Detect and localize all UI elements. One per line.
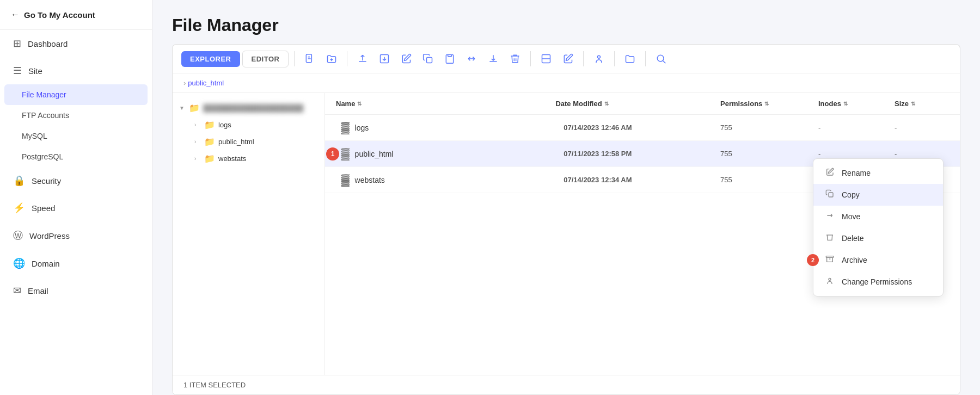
tree-root-label: ████████████████████: [203, 104, 303, 112]
sidebar-item-domain[interactable]: 🌐 Domain: [0, 250, 152, 277]
file-manager-content: › public_html ▼ 📁 ████████████████████ ›…: [172, 73, 960, 395]
sort-inodes-icon: ⇅: [843, 101, 848, 107]
col-header-date[interactable]: Date Modified ⇅: [555, 100, 720, 108]
tree-item-label-public-html: public_html: [218, 138, 254, 146]
new-folder-button[interactable]: [322, 50, 341, 67]
copy-button[interactable]: [418, 50, 438, 67]
sidebar-item-dashboard[interactable]: ⊞ Dashboard: [0, 30, 152, 57]
file-list-header: Name ⇅ Date Modified ⇅ Permissions ⇅ Ino…: [325, 93, 960, 115]
svg-point-11: [658, 55, 664, 61]
row-date-public-html: 07/11/2023 12:58 PM: [564, 150, 720, 158]
row-name-public-html: public_html: [355, 150, 564, 158]
sidebar-item-email[interactable]: ✉ Email: [0, 277, 152, 304]
editor-tab[interactable]: EDITOR: [242, 51, 289, 67]
toolbar-divider-2: [347, 51, 347, 66]
tree-root[interactable]: ▼ 📁 ████████████████████: [173, 100, 324, 116]
col-header-inodes[interactable]: Inodes ⇅: [818, 100, 895, 108]
postgresql-label: PostgreSQL: [22, 152, 63, 161]
sidebar-item-security[interactable]: 🔒 Security: [0, 167, 152, 194]
row-perms-public-html: 755: [720, 150, 818, 158]
context-rename-label: Rename: [842, 169, 871, 177]
permissions-button[interactable]: [589, 50, 609, 67]
paste-button[interactable]: [440, 50, 460, 67]
sidebar-item-ftp-accounts[interactable]: FTP Accounts: [0, 105, 152, 126]
go-to-my-account[interactable]: ← Go To My Account: [0, 0, 152, 30]
row-inodes-public-html: -: [818, 150, 895, 158]
context-menu-rename[interactable]: Rename: [813, 162, 943, 184]
breadcrumb: › public_html: [173, 73, 960, 93]
tree-item-logs[interactable]: › 📁 logs: [188, 116, 324, 133]
file-name-public-html: public_html: [355, 150, 394, 158]
main-content: File Manager EXPLORER EDITOR: [152, 0, 980, 395]
row-perms-webstats: 755: [720, 176, 818, 184]
edit-button[interactable]: [396, 50, 416, 67]
dashboard-icon: ⊞: [13, 38, 21, 50]
col-inodes-label: Inodes: [818, 100, 841, 108]
upload-button[interactable]: [353, 50, 372, 67]
sidebar-item-site[interactable]: ☰ Site: [0, 57, 152, 84]
mysql-label: MySQL: [22, 132, 47, 140]
sidebar-item-wordpress[interactable]: Ⓦ WordPress: [0, 221, 152, 250]
row-name-logs: logs: [355, 124, 564, 132]
context-move-label: Move: [842, 212, 860, 221]
context-menu-change-permissions[interactable]: Change Permissions: [813, 271, 943, 293]
email-label: Email: [28, 286, 48, 295]
file-name-logs: logs: [355, 124, 369, 132]
svg-rect-14: [826, 256, 833, 258]
context-menu: Rename Copy Move: [813, 158, 944, 297]
tree-folder-icon-webstats: 📁: [204, 153, 215, 164]
col-header-name[interactable]: Name ⇅: [336, 100, 555, 108]
items-selected-label: 1 ITEM SELECTED: [183, 381, 246, 389]
extract-button[interactable]: [375, 50, 394, 67]
svg-point-10: [598, 55, 601, 58]
context-menu-archive[interactable]: 2 Archive: [813, 249, 943, 271]
context-archive-label: Archive: [842, 256, 867, 264]
tree-folder-icon-public-html: 📁: [204, 137, 215, 147]
new-file-button[interactable]: [300, 50, 320, 67]
go-to-my-account-label: Go To My Account: [24, 10, 95, 20]
delete-button[interactable]: [505, 50, 525, 67]
move-button[interactable]: [462, 50, 481, 67]
col-date-label: Date Modified: [555, 100, 602, 108]
breadcrumb-chevron: ›: [183, 79, 186, 87]
new-folder-alt-button[interactable]: [620, 50, 640, 67]
sidebar-item-file-manager[interactable]: File Manager: [4, 84, 148, 105]
svg-point-16: [829, 278, 831, 280]
table-row[interactable]: ▓ logs 07/14/2023 12:46 AM 755 - -: [325, 115, 960, 141]
tree-item-public-html[interactable]: › 📁 public_html: [188, 133, 324, 150]
move-icon: [824, 211, 835, 222]
row-size-public-html: -: [895, 150, 949, 158]
sidebar: ← Go To My Account ⊞ Dashboard ☰ Site Fi…: [0, 0, 152, 395]
folder-icon-webstats: ▓: [341, 174, 350, 186]
explorer-tab[interactable]: EXPLORER: [181, 51, 240, 67]
download-button[interactable]: [483, 50, 503, 67]
svg-rect-0: [307, 54, 312, 63]
col-header-size[interactable]: Size ⇅: [895, 100, 949, 108]
back-arrow-icon: ←: [11, 10, 20, 20]
sidebar-item-label: Dashboard: [28, 39, 68, 48]
context-copy-label: Copy: [842, 190, 860, 199]
col-header-permissions[interactable]: Permissions ⇅: [720, 100, 818, 108]
sidebar-item-mysql[interactable]: MySQL: [0, 126, 152, 146]
tree-expand-webstats: ›: [194, 156, 201, 162]
rename-button[interactable]: [558, 50, 578, 67]
context-menu-delete[interactable]: Delete: [813, 227, 943, 249]
breadcrumb-path[interactable]: public_html: [188, 79, 224, 87]
email-icon: ✉: [13, 285, 21, 297]
context-menu-move[interactable]: Move: [813, 206, 943, 227]
sidebar-item-speed[interactable]: ⚡ Speed: [0, 194, 152, 221]
svg-rect-6: [427, 58, 432, 63]
wordpress-label: WordPress: [29, 231, 70, 240]
tree-item-label-webstats: webstats: [218, 155, 246, 163]
rename-icon: [824, 168, 835, 178]
toolbar-divider-6: [645, 51, 646, 66]
context-change-permissions-label: Change Permissions: [842, 277, 912, 286]
context-menu-copy[interactable]: Copy: [813, 184, 943, 206]
tree-folder-icon-root: 📁: [189, 103, 200, 113]
tree-item-webstats[interactable]: › 📁 webstats: [188, 150, 324, 167]
col-perms-label: Permissions: [720, 100, 762, 108]
search-button[interactable]: [651, 50, 671, 67]
compress-button[interactable]: [536, 50, 556, 67]
sidebar-item-postgresql[interactable]: PostgreSQL: [0, 146, 152, 167]
toolbar-divider-3: [530, 51, 531, 66]
